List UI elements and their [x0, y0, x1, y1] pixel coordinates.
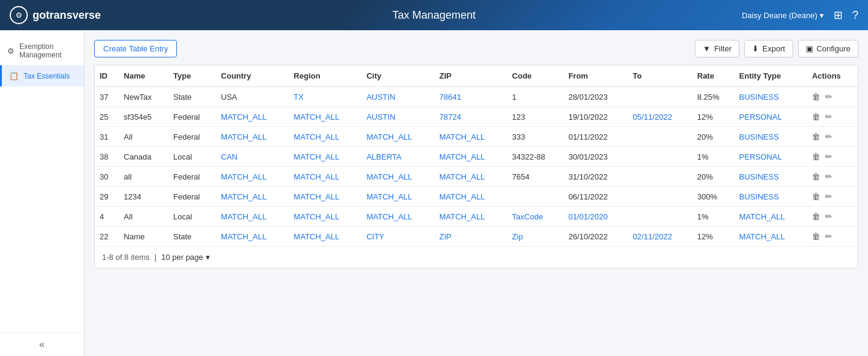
configure-label: Configure	[817, 44, 850, 53]
table-cell: Name	[119, 227, 168, 247]
edit-icon[interactable]: ✏	[825, 172, 832, 181]
col-region: Region	[289, 65, 362, 87]
table-cell[interactable]: MATCH_ALL	[435, 127, 508, 147]
table-cell[interactable]: MATCH_ALL	[435, 207, 508, 227]
actions-cell: 🗑 ✏	[807, 167, 858, 187]
table-cell[interactable]: PERSONAL	[735, 107, 808, 127]
edit-icon[interactable]: ✏	[825, 112, 832, 121]
table-cell: 333	[507, 127, 563, 147]
table-cell[interactable]: 78724	[435, 107, 508, 127]
edit-icon[interactable]: ✏	[825, 192, 832, 201]
table-cell[interactable]: MATCH_ALL	[289, 227, 362, 247]
sidebar-item-tax-essentials[interactable]: 📋 Tax Essentials	[0, 65, 84, 86]
delete-icon[interactable]: 🗑	[812, 172, 820, 181]
actions-cell: 🗑 ✏	[807, 187, 858, 207]
table-cell[interactable]: CAN	[216, 147, 289, 167]
create-table-entry-button[interactable]: Create Table Entry	[94, 40, 177, 57]
export-button[interactable]: ⬇ Export	[744, 40, 793, 57]
table-cell[interactable]: BUSINESS	[735, 87, 808, 107]
table-cell: USA	[216, 87, 289, 107]
table-cell[interactable]: AUSTIN	[362, 87, 435, 107]
table-cell[interactable]: Zip	[507, 227, 563, 247]
table-row: 38CanadaLocalCANMATCH_ALLALBERTAMATCH_AL…	[95, 147, 858, 167]
table-cell[interactable]: 05/11/2022	[628, 107, 692, 127]
table-cell[interactable]: ZIP	[435, 227, 508, 247]
table-cell[interactable]: MATCH_ALL	[216, 207, 289, 227]
edit-icon[interactable]: ✏	[825, 92, 832, 102]
table-cell: 300%	[692, 187, 735, 207]
table-cell[interactable]: MATCH_ALL	[216, 167, 289, 187]
table-cell[interactable]: MATCH_ALL	[362, 127, 435, 147]
app-header: ⊙ gotransverse Tax Management Daisy Dean…	[0, 0, 868, 30]
table-cell: 1%	[692, 147, 735, 167]
per-page-label: 10 per page	[161, 253, 203, 262]
table-cell[interactable]: MATCH_ALL	[435, 167, 508, 187]
filter-label: Filter	[714, 44, 732, 53]
table-cell[interactable]: BUSINESS	[735, 187, 808, 207]
table-cell[interactable]: MATCH_ALL	[735, 227, 808, 247]
table-cell[interactable]: MATCH_ALL	[216, 227, 289, 247]
table-cell[interactable]: MATCH_ALL	[216, 187, 289, 207]
table-header-row: ID Name Type Country Region City ZIP Cod…	[95, 65, 858, 87]
table-cell: 31/10/2022	[564, 167, 628, 187]
table-cell[interactable]: MATCH_ALL	[289, 147, 362, 167]
table-cell: all	[119, 167, 168, 187]
table-cell[interactable]: MATCH_ALL	[216, 107, 289, 127]
col-from: From	[564, 65, 628, 87]
table-row: 31AllFederalMATCH_ALLMATCH_ALLMATCH_ALLM…	[95, 127, 858, 147]
table-cell[interactable]: 01/01/2020	[564, 207, 628, 227]
table-cell[interactable]: MATCH_ALL	[289, 107, 362, 127]
table-cell[interactable]: MATCH_ALL	[435, 147, 508, 167]
sidebar-item-exemption-management[interactable]: ⚙ Exemption Management	[0, 36, 84, 65]
user-dropdown-icon: ▾	[820, 11, 824, 20]
table-cell[interactable]: AUSTIN	[362, 107, 435, 127]
table-cell[interactable]: 02/11/2022	[628, 227, 692, 247]
delete-icon[interactable]: 🗑	[812, 212, 820, 221]
table-cell[interactable]: MATCH_ALL	[362, 167, 435, 187]
table-cell[interactable]: MATCH_ALL	[289, 167, 362, 187]
table-cell[interactable]: MATCH_ALL	[362, 207, 435, 227]
table-cell[interactable]: MATCH_ALL	[289, 187, 362, 207]
table-cell[interactable]: BUSINESS	[735, 127, 808, 147]
delete-icon[interactable]: 🗑	[812, 92, 820, 102]
user-menu[interactable]: Daisy Deane (Deane) ▾	[742, 11, 824, 20]
edit-icon[interactable]: ✏	[825, 132, 832, 141]
edit-icon[interactable]: ✏	[825, 212, 832, 221]
sidebar-collapse-button[interactable]: «	[6, 339, 78, 350]
grid-icon[interactable]: ⊞	[834, 8, 843, 22]
table-cell	[628, 187, 692, 207]
table-cell[interactable]: BUSINESS	[735, 167, 808, 187]
table-cell[interactable]: TaxCode	[507, 207, 563, 227]
table-cell: Federal	[168, 127, 216, 147]
table-cell[interactable]: MATCH_ALL	[362, 187, 435, 207]
table-cell[interactable]: MATCH_ALL	[289, 127, 362, 147]
delete-icon[interactable]: 🗑	[812, 231, 820, 241]
table-cell: 8.25%	[692, 87, 735, 107]
actions-cell: 🗑 ✏	[807, 107, 858, 127]
sidebar-item-tax-label: Tax Essentials	[24, 72, 70, 80]
header-right: Daisy Deane (Deane) ▾ ⊞ ?	[738, 8, 858, 22]
actions-cell: 🗑 ✏	[807, 147, 858, 167]
per-page-selector[interactable]: 10 per page ▾	[161, 253, 209, 262]
table-cell: 4	[95, 207, 119, 227]
table-cell[interactable]: MATCH_ALL	[216, 127, 289, 147]
col-entity-type: Entity Type	[735, 65, 808, 87]
edit-icon[interactable]: ✏	[825, 231, 832, 241]
table-cell[interactable]: MATCH_ALL	[435, 187, 508, 207]
delete-icon[interactable]: 🗑	[812, 192, 820, 201]
filter-button[interactable]: ▼ Filter	[695, 40, 739, 57]
edit-icon[interactable]: ✏	[825, 152, 832, 161]
configure-button[interactable]: ▣ Configure	[798, 40, 858, 57]
delete-icon[interactable]: 🗑	[812, 152, 820, 161]
table-cell[interactable]: TX	[289, 87, 362, 107]
table-cell[interactable]: PERSONAL	[735, 147, 808, 167]
delete-icon[interactable]: 🗑	[812, 112, 820, 121]
table-cell[interactable]: MATCH_ALL	[735, 207, 808, 227]
table-cell[interactable]: CITY	[362, 227, 435, 247]
table-cell[interactable]: 78641	[435, 87, 508, 107]
table-cell: 25	[95, 107, 119, 127]
delete-icon[interactable]: 🗑	[812, 132, 820, 141]
help-icon[interactable]: ?	[852, 9, 858, 22]
table-cell[interactable]: ALBERTA	[362, 147, 435, 167]
table-cell[interactable]: MATCH_ALL	[289, 207, 362, 227]
